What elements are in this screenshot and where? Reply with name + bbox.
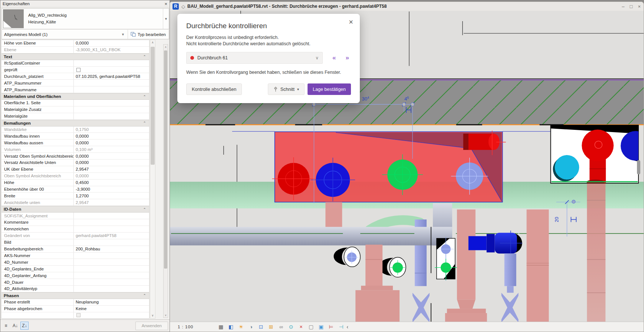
- property-value[interactable]: [73, 279, 149, 285]
- crop-visibility-icon[interactable]: ⊞: [267, 323, 275, 331]
- selection-box-icon[interactable]: ▢: [307, 323, 315, 331]
- property-value[interactable]: [73, 219, 149, 226]
- shadows-icon[interactable]: ◑: [247, 323, 255, 331]
- section-button[interactable]: Schnitt ▾: [268, 83, 305, 95]
- collapse-section-icon[interactable]: ⌃: [143, 121, 149, 125]
- element-filter-label[interactable]: Allgemeines Modell (1): [2, 32, 47, 37]
- property-value[interactable]: 0,1750: [73, 126, 149, 133]
- property-value[interactable]: 07.10.2025, gerhard.pawlat4PT58: [73, 73, 149, 79]
- property-section-header[interactable]: Materialien und Oberflächen⌃: [1, 93, 149, 100]
- reveal-hidden-icon[interactable]: ∞: [277, 323, 285, 331]
- dimension-value[interactable]: 20: [554, 217, 559, 222]
- section-detail-box[interactable]: [551, 125, 644, 185]
- palette-titlebar[interactable]: Eigenschaften ×: [0, 0, 170, 7]
- scroll-up-icon[interactable]: ∧: [164, 45, 168, 49]
- sun-path-icon[interactable]: ☀: [237, 323, 245, 331]
- property-value[interactable]: [73, 239, 149, 246]
- canvas-scrollbar-thumb[interactable]: [637, 160, 640, 174]
- property-value[interactable]: -3,9000_K1_UG_FBOK: [73, 47, 149, 53]
- property-value[interactable]: 0,100 m³: [73, 146, 149, 152]
- property-section-header[interactable]: Bemaßungen⌃: [1, 120, 149, 126]
- property-value[interactable]: 0,4500: [73, 180, 149, 186]
- type-selector[interactable]: Allg_WD_rechteckig Heizung_Kälte ▼: [1, 8, 169, 29]
- chevron-down-icon[interactable]: ▼: [121, 33, 128, 36]
- collapse-section-icon[interactable]: ⌃: [143, 95, 149, 99]
- property-checkbox[interactable]: [76, 68, 80, 72]
- durchbruch-dropdown[interactable]: Durchbruch 61 ∨: [186, 52, 323, 64]
- property-value[interactable]: [73, 286, 149, 292]
- collapse-section-icon[interactable]: ⌃: [143, 207, 149, 211]
- red-pipe-circle-large[interactable]: [582, 129, 614, 161]
- visual-style-icon[interactable]: ◧: [227, 323, 235, 331]
- cyan-pipe-circle[interactable]: [555, 155, 579, 180]
- detail-level-icon[interactable]: ▦: [217, 323, 225, 331]
- property-value[interactable]: [73, 312, 149, 319]
- collapse-section-icon[interactable]: ⌃: [143, 55, 149, 59]
- faded-red-riser[interactable]: [587, 183, 605, 322]
- next-durchbruch-button[interactable]: »: [345, 54, 349, 62]
- property-value[interactable]: 0,0000: [73, 139, 149, 146]
- property-value[interactable]: [73, 266, 149, 272]
- property-value[interactable]: [73, 213, 149, 219]
- property-value[interactable]: 0,0000: [73, 173, 149, 179]
- palette-scrollbar-thumb[interactable]: [164, 50, 167, 269]
- property-value[interactable]: Keine: [73, 306, 149, 312]
- scroll-down-icon[interactable]: ∨: [164, 313, 168, 318]
- property-value[interactable]: [73, 106, 149, 113]
- confirm-position-button[interactable]: Lage bestätigen: [308, 83, 351, 95]
- sort-descending-icon[interactable]: Z↓: [20, 322, 29, 330]
- window-titlebar[interactable]: R ◇ BAU_Modell_gerhard.pawlat4PT58.rvt -…: [170, 2, 644, 11]
- temporary-hide-icon[interactable]: ⊙: [287, 323, 295, 331]
- property-value[interactable]: [73, 100, 149, 106]
- salmon-riser-right[interactable]: [526, 210, 549, 322]
- property-value[interactable]: [73, 259, 149, 265]
- property-section-header[interactable]: Phasen⌃: [1, 292, 149, 299]
- crop-view-icon[interactable]: ⊡: [257, 323, 265, 331]
- minimize-button[interactable]: –: [622, 4, 624, 9]
- close-palette-icon[interactable]: ×: [164, 1, 167, 7]
- clash-marker-rect[interactable]: [435, 237, 458, 281]
- grid-scrollbar[interactable]: ∧ ∨: [150, 40, 155, 319]
- property-value[interactable]: gerhard.pawlat4PT58: [73, 233, 149, 239]
- property-section-header[interactable]: Text⌃: [1, 53, 149, 60]
- property-value[interactable]: -3,9000: [73, 186, 149, 193]
- property-value[interactable]: [73, 86, 149, 93]
- reveal-constraints-icon[interactable]: ⊣: [337, 323, 345, 331]
- property-value[interactable]: 2,9547: [73, 166, 149, 172]
- property-value[interactable]: [73, 226, 149, 232]
- property-value[interactable]: [73, 60, 149, 66]
- sort-ascending-icon[interactable]: A↓: [11, 322, 19, 330]
- property-value[interactable]: 200_Rohbau: [73, 246, 149, 252]
- edit-type-button[interactable]: Typ bearbeiten: [128, 30, 169, 39]
- sort-group-icon[interactable]: ≡: [2, 322, 10, 330]
- displaced-elements-icon[interactable]: ▣: [317, 323, 325, 331]
- scroll-down-icon[interactable]: ∨: [150, 313, 155, 318]
- property-value[interactable]: [73, 67, 149, 73]
- salmon-stub[interactable]: [325, 202, 342, 228]
- property-value[interactable]: 0,0000: [73, 133, 149, 139]
- constraints-icon[interactable]: ⊨: [327, 323, 335, 331]
- apply-button[interactable]: Anwenden: [135, 322, 168, 330]
- property-value[interactable]: [73, 272, 149, 279]
- type-dropdown-chevron[interactable]: ▼: [163, 9, 169, 29]
- palette-scrollbar[interactable]: ∧ ∨: [163, 44, 168, 318]
- scale-selector[interactable]: 1 : 100: [178, 325, 193, 329]
- finish-control-button[interactable]: Kontrolle abschließen: [186, 83, 242, 95]
- property-value[interactable]: 2,9547: [73, 199, 149, 206]
- property-section-header[interactable]: ID-Daten⌃: [1, 206, 149, 213]
- previous-durchbruch-button[interactable]: «: [332, 54, 336, 62]
- property-value[interactable]: 0,0000: [73, 153, 149, 159]
- close-window-button[interactable]: ×: [638, 4, 641, 9]
- close-dialog-icon[interactable]: ×: [349, 18, 353, 26]
- dimension-value[interactable]: 30: [362, 96, 367, 102]
- property-checkbox[interactable]: [76, 313, 80, 317]
- property-value[interactable]: [73, 113, 149, 119]
- property-value[interactable]: [73, 80, 149, 86]
- property-value[interactable]: 0,0000: [73, 40, 149, 46]
- property-value[interactable]: Neuplanung: [73, 299, 149, 305]
- collapse-section-icon[interactable]: ⌃: [143, 293, 149, 298]
- property-value[interactable]: 1,2700: [73, 193, 149, 199]
- maximize-button[interactable]: □: [630, 4, 633, 9]
- property-value[interactable]: 0,0000: [73, 160, 149, 166]
- chevron-left-icon[interactable]: ‹: [346, 324, 348, 330]
